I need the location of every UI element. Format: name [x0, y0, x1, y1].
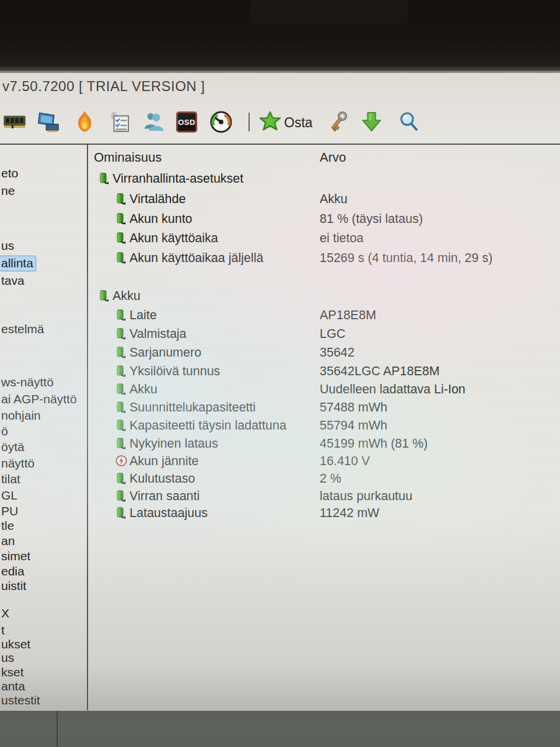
table-row[interactable]: Akun käyttöaika ei tietoa [88, 231, 560, 246]
table-row[interactable]: Akun jännite 16.410 V [88, 453, 560, 469]
toolbar-separator [249, 113, 250, 131]
tree-item[interactable]: ustestit [0, 693, 40, 707]
table-section-header[interactable]: Akku [88, 288, 560, 304]
property-value: AP18E8M [320, 308, 376, 323]
property-value: 35642 [320, 345, 355, 360]
tree-item[interactable]: ne [0, 183, 15, 198]
search-icon[interactable] [398, 110, 420, 134]
battery-icon [116, 346, 126, 359]
navigation-tree: eto ne us allinta tava estelmä ws-näyttö… [0, 145, 86, 710]
osd-icon[interactable]: OSD [176, 110, 198, 134]
key-icon[interactable] [327, 110, 349, 134]
tree-item[interactable]: t [0, 623, 5, 637]
tree-item[interactable]: näyttö [0, 456, 34, 470]
voltage-icon [116, 455, 126, 468]
display-adapter-icon[interactable] [37, 110, 60, 134]
property-value: 35642LGC AP18E8M [320, 364, 440, 379]
buy-star-icon[interactable] [259, 110, 281, 134]
table-row[interactable]: Akun kunto 81 % (täysi lataus) [88, 211, 560, 227]
table-row[interactable]: Akku Uudelleen ladattava Li-Ion [88, 382, 560, 397]
table-row[interactable]: Virtalähde Akku [88, 191, 560, 207]
property-value: 57488 mWh [320, 400, 387, 415]
battery-icon [116, 383, 126, 396]
tree-item[interactable]: nohjain [0, 408, 41, 423]
table-row[interactable]: Valmistaja LGC [88, 326, 560, 342]
window-title: v7.50.7200 [ TRIAL VERSION ] [2, 78, 205, 95]
user-profiles-icon[interactable] [142, 110, 164, 134]
property-value: Akku [320, 191, 348, 207]
tree-item[interactable]: uistit [0, 578, 26, 593]
tree-item[interactable]: us [0, 238, 14, 253]
tree-item[interactable]: tilat [0, 472, 20, 486]
tree-item[interactable]: us [0, 650, 14, 665]
buy-button-label[interactable]: Osta [284, 115, 313, 131]
tree-item[interactable]: eto [0, 166, 18, 180]
memory-module-icon[interactable] [4, 110, 26, 134]
battery-icon [116, 472, 126, 486]
battery-icon [116, 437, 126, 451]
table-row[interactable]: Akun käyttöaikaa jäljellä 15269 s (4 tun… [88, 250, 560, 266]
battery-icon [116, 212, 126, 226]
property-value: 16.410 V [320, 453, 370, 469]
table-row[interactable]: Suunnittelukapasiteetti 57488 mWh [88, 400, 560, 416]
property-value: LGC [320, 326, 345, 341]
battery-icon [116, 309, 126, 322]
tree-item[interactable]: tava [0, 273, 24, 288]
tree-item[interactable]: simet [0, 549, 30, 563]
property-value: 55794 mWh [320, 418, 387, 433]
table-row[interactable]: Lataustaajuus 11242 mW [88, 505, 560, 521]
tree-item[interactable]: ukset [0, 637, 30, 651]
app-screen: v7.50.7200 [ TRIAL VERSION ] [0, 71, 560, 747]
table-row[interactable]: Kulutustaso 2 % [88, 471, 560, 487]
property-name: Akun käyttöaikaa jäljellä [130, 250, 263, 266]
table-row[interactable]: Nykyinen lataus 45199 mWh (81 %) [88, 436, 560, 452]
column-header-property[interactable]: Ominaisuus [94, 150, 162, 165]
tree-item[interactable]: GL [0, 488, 18, 502]
section-title: Akku [113, 288, 141, 303]
tree-item[interactable]: kset [0, 665, 24, 679]
toolbar: OSD Osta [0, 100, 560, 144]
tree-item[interactable]: ö [0, 424, 8, 438]
tree-item[interactable]: estelmä [0, 322, 44, 336]
tree-item-selected-virranhallinta[interactable]: allinta [0, 256, 36, 271]
tree-item[interactable]: an [0, 533, 15, 548]
tree-item[interactable]: anta [0, 679, 25, 693]
background-object [251, 0, 408, 25]
table-row[interactable]: Yksilöivä tunnus 35642LGC AP18E8M [88, 364, 560, 379]
photo-of-laptop-screen: v7.50.7200 [ TRIAL VERSION ] [0, 0, 560, 747]
battery-icon [99, 172, 109, 186]
property-value: lataus purkautuu [320, 488, 412, 504]
tree-item[interactable]: ai AGP-näyttö [0, 392, 77, 406]
property-name: Kulutustaso [130, 471, 195, 486]
sensor-gauge-icon[interactable] [210, 110, 232, 134]
property-name: Yksilöivä tunnus [130, 364, 220, 379]
report-icon[interactable] [107, 110, 130, 134]
column-header-value[interactable]: Arvo [320, 150, 346, 165]
battery-icon [116, 490, 126, 503]
property-name: Akun kunto [130, 211, 192, 226]
tree-item[interactable]: edia [0, 564, 24, 578]
osd-label: OSD [176, 111, 197, 132]
battery-icon [116, 401, 126, 414]
tree-item[interactable]: tle [0, 518, 14, 533]
property-name: Virtalähde [130, 191, 186, 207]
table-row[interactable]: Virran saanti lataus purkautuu [88, 488, 560, 504]
property-name: Lataustaajuus [130, 505, 208, 521]
property-value: 2 % [320, 471, 341, 486]
table-row[interactable]: Laite AP18E8M [88, 308, 560, 323]
property-name: Laite [130, 308, 157, 323]
table-section-header[interactable]: Virranhallinta-asetukset [88, 171, 560, 187]
tree-item[interactable]: X [0, 606, 9, 620]
battery-icon [116, 507, 126, 520]
table-row[interactable]: Kapasiteetti täysin ladattuna 55794 mWh [88, 418, 560, 434]
tree-item[interactable]: PU [0, 504, 18, 518]
property-name: Akun jännite [130, 453, 198, 469]
property-name: Akku [130, 382, 158, 397]
tree-item[interactable]: ws-näyttö [0, 375, 54, 389]
tree-item[interactable]: öytä [0, 439, 24, 454]
property-name: Suunnittelukapasiteetti [130, 400, 256, 415]
table-row[interactable]: Sarjanumero 35642 [88, 345, 560, 361]
property-value: ei tietoa [320, 231, 363, 246]
download-update-icon[interactable] [360, 110, 383, 134]
burn-in-flame-icon[interactable] [74, 110, 96, 134]
